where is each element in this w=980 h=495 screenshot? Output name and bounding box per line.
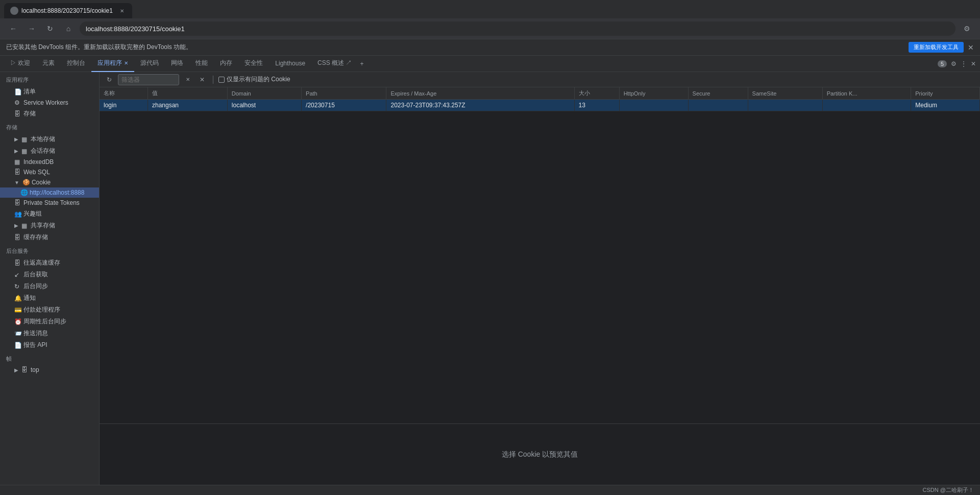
sidebar-item-payment-handler[interactable]: 💳 付款处理程序 [0, 304, 99, 316]
sidebar-item-top-frame[interactable]: ▶ 🗄 top [0, 365, 99, 375]
tab-console[interactable]: 控制台 [61, 56, 91, 72]
notification-text: 已安装其他 DevTools 组件。重新加载以获取完整的 DevTools 功能… [6, 43, 904, 52]
top-frame-icon: 🗄 [21, 366, 29, 373]
back-button[interactable]: ← [6, 21, 20, 36]
sidebar-cache-storage-label: 缓存存储 [23, 233, 48, 242]
tab-performance-label: 性能 [195, 59, 208, 67]
tab-application-close-icon[interactable]: ✕ [124, 60, 128, 66]
main-content: ↻ ✕ ✕ 仅显示有问题的 Cookie 名称 [100, 72, 980, 485]
tab-application[interactable]: 应用程序 ✕ [91, 56, 134, 72]
col-header-priority: Priority [911, 87, 980, 100]
tab-network[interactable]: 网络 [165, 56, 189, 72]
tab-memory[interactable]: 内存 [214, 56, 238, 72]
table-cell: login [100, 100, 148, 111]
sidebar-item-notifications[interactable]: 🔔 通知 [0, 292, 99, 304]
sidebar-item-push-messaging[interactable]: 📨 推送消息 [0, 327, 99, 339]
sidebar-indexeddb-label: IndexedDB [23, 158, 54, 166]
sidebar-item-service-workers[interactable]: ⚙ Service Workers [0, 98, 99, 108]
sidebar-item-shared-storage[interactable]: ▶ ▦ 共享存储 [0, 220, 99, 231]
sidebar-item-private-state-tokens[interactable]: 🗄 Private State Tokens [0, 198, 99, 208]
sidebar-interest-groups-label: 兴趣组 [23, 209, 42, 218]
expand-local-storage-icon[interactable]: ▶ [14, 136, 18, 142]
tab-close-icon[interactable]: ✕ [118, 7, 126, 15]
doc-icon: 📄 [14, 88, 21, 96]
filter-input[interactable] [118, 74, 179, 85]
sidebar-item-cache-storage[interactable]: 🗄 缓存存储 [0, 231, 99, 243]
sidebar-localhost-label: http://localhost:8888 [30, 189, 84, 196]
tab-lighthouse[interactable]: Lighthouse [269, 56, 311, 72]
refresh-cookies-button[interactable]: ↻ [104, 74, 115, 85]
sidebar-item-manifest[interactable]: 📄 清单 [0, 86, 99, 98]
sidebar-item-websql[interactable]: 🗄 Web SQL [0, 167, 99, 177]
interest-groups-icon: 👥 [14, 210, 21, 218]
add-tab-icon[interactable]: + [360, 60, 363, 67]
tab-sources[interactable]: 源代码 [134, 56, 165, 72]
devtools-close-icon[interactable]: ✕ [971, 60, 976, 67]
sidebar-item-cookie[interactable]: ▼ 🍪 Cookie [0, 177, 99, 187]
sidebar-item-storage[interactable]: 🗄 存储 [0, 108, 99, 120]
reload-devtools-button[interactable]: 重新加载开发工具 [909, 42, 964, 53]
sidebar-section-application: 应用程序 [0, 72, 99, 86]
sidebar-notifications-label: 通知 [23, 294, 36, 302]
forward-button[interactable]: → [24, 21, 39, 36]
websql-icon: 🗄 [14, 169, 21, 176]
extensions-icon[interactable]: ⚙ [960, 21, 974, 36]
cookie-table: 名称 值 Domain Path Expires / Max-Age 大小 Ht… [100, 87, 980, 423]
local-storage-icon: ▦ [21, 136, 29, 143]
devtools-more-icon[interactable]: ⚙ [951, 60, 957, 67]
devtools-tab-right: 5 ⚙ ⋮ ✕ [938, 60, 976, 67]
sidebar-item-session-storage[interactable]: ▶ ▦ 会话存储 [0, 145, 99, 157]
sidebar-item-reporting-api[interactable]: 📄 报告 API [0, 339, 99, 351]
expand-session-storage-icon[interactable]: ▶ [14, 148, 18, 154]
table-cell [619, 100, 688, 111]
notification-bar: 已安装其他 DevTools 组件。重新加载以获取完整的 DevTools 功能… [0, 39, 980, 56]
expand-top-frame-icon[interactable]: ▶ [14, 367, 18, 373]
browser-tab[interactable]: localhost:8888/20230715/cookie1 ✕ [4, 3, 132, 18]
sidebar-item-periodic-background-sync[interactable]: ⏰ 周期性后台同步 [0, 316, 99, 327]
sidebar-item-indexeddb[interactable]: ▦ IndexedDB [0, 157, 99, 167]
tab-performance[interactable]: 性能 [189, 56, 214, 72]
col-header-size: 大小 [574, 87, 619, 100]
browser-window: localhost:8888/20230715/cookie1 ✕ ← → ↻ … [0, 0, 980, 495]
expand-shared-storage-icon[interactable]: ▶ [14, 223, 18, 228]
tab-welcome[interactable]: ▷ 欢迎 [4, 56, 36, 72]
expand-cookie-icon[interactable]: ▼ [14, 180, 19, 185]
tab-network-label: 网络 [171, 59, 183, 67]
table-cell [822, 100, 911, 111]
sidebar-item-background-sync[interactable]: ↻ 后台同步 [0, 280, 99, 292]
tab-security[interactable]: 安全性 [238, 56, 269, 72]
address-field[interactable]: localhost:8888/20230715/cookie1 [80, 21, 955, 36]
home-button[interactable]: ⌂ [61, 21, 76, 36]
delete-cookie-button[interactable]: ✕ [197, 74, 208, 85]
table-cell: Medium [911, 100, 980, 111]
table-row[interactable]: loginzhangsanlocalhost/202307152023-07-2… [100, 100, 980, 111]
sidebar-top-frame-label: top [31, 366, 39, 373]
sidebar-session-storage-label: 会话存储 [31, 147, 55, 155]
col-header-name: 名称 [100, 87, 148, 100]
sidebar-item-local-storage[interactable]: ▶ ▦ 本地存储 [0, 133, 99, 145]
reload-button[interactable]: ↻ [43, 21, 57, 36]
sidebar-section-frames-label: 帧 [6, 356, 12, 362]
tab-elements[interactable]: 元素 [36, 56, 61, 72]
push-messaging-icon: 📨 [14, 330, 21, 337]
tab-title: localhost:8888/20230715/cookie1 [21, 7, 113, 14]
cache-storage-icon: 🗄 [14, 234, 21, 241]
status-bar-right: CSDN @二哈刷子！ [923, 486, 974, 494]
notifications-icon: 🔔 [14, 295, 21, 302]
tab-css-overview[interactable]: CSS 概述 ↗ [311, 56, 358, 72]
sidebar-section-storage: 存储 [0, 120, 99, 133]
clear-filter-icon[interactable]: ✕ [182, 74, 193, 85]
only-issues-checkbox[interactable]: 仅显示有问题的 Cookie [218, 75, 290, 84]
sidebar-item-localhost[interactable]: 🌐 http://localhost:8888 [0, 187, 99, 198]
sidebar-reporting-api-label: 报告 API [23, 341, 47, 349]
sidebar-item-background-fetch[interactable]: ↙ 后台获取 [0, 269, 99, 280]
col-header-secure: Secure [688, 87, 748, 100]
close-notification-icon[interactable]: ✕ [968, 43, 974, 52]
devtools-dock-icon[interactable]: ⋮ [961, 60, 967, 67]
sidebar-item-back-forward-cache[interactable]: 🗄 往返高速缓存 [0, 257, 99, 269]
checkbox-icon[interactable] [218, 77, 225, 83]
reporting-api-icon: 📄 [14, 342, 21, 349]
sidebar-item-interest-groups[interactable]: 👥 兴趣组 [0, 208, 99, 220]
private-state-icon: 🗄 [14, 199, 21, 206]
tab-console-label: 控制台 [67, 59, 85, 67]
